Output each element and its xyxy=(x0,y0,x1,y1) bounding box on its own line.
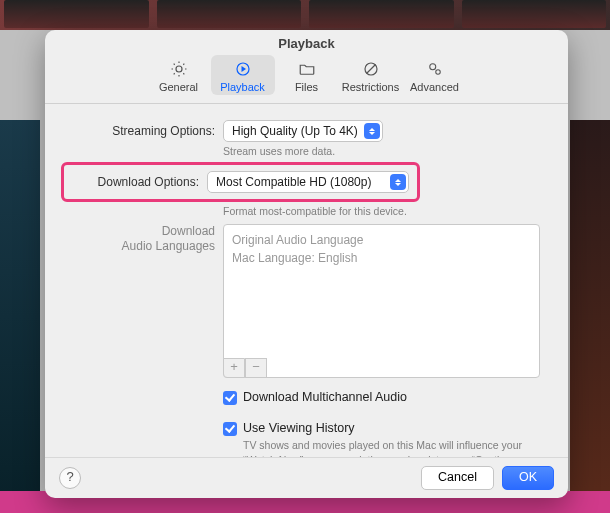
download-options-label: Download Options: xyxy=(68,175,207,189)
viewing-history-description: TV shows and movies played on this Mac w… xyxy=(243,438,530,457)
play-circle-icon xyxy=(211,59,275,79)
tab-restrictions[interactable]: Restrictions xyxy=(339,55,403,95)
download-options-value: Most Compatible HD (1080p) xyxy=(216,175,384,189)
svg-line-2 xyxy=(366,65,375,74)
gears-icon xyxy=(403,59,467,79)
gear-icon xyxy=(147,59,211,79)
viewing-history-label: Use Viewing History xyxy=(243,421,355,435)
tab-playback[interactable]: Playback xyxy=(211,55,275,95)
streaming-options-select[interactable]: High Quality (Up To 4K) xyxy=(223,120,383,142)
footer: ? Cancel OK xyxy=(45,457,568,498)
streaming-hint: Stream uses more data. xyxy=(223,144,540,158)
window-title: Playback xyxy=(45,30,568,53)
tab-label: General xyxy=(147,81,211,93)
svg-point-3 xyxy=(429,64,435,70)
ok-button[interactable]: OK xyxy=(502,466,554,490)
no-symbol-icon xyxy=(339,59,403,79)
svg-point-4 xyxy=(435,70,440,75)
streaming-options-value: High Quality (Up To 4K) xyxy=(232,124,358,138)
multichannel-label: Download Multichannel Audio xyxy=(243,390,407,404)
preferences-window: Playback General Playback Files Restrict… xyxy=(45,30,568,498)
help-button[interactable]: ? xyxy=(59,467,81,489)
add-language-button[interactable]: + xyxy=(223,358,245,378)
audio-languages-list[interactable]: Original Audio Language Mac Language: En… xyxy=(223,224,540,378)
tab-advanced[interactable]: Advanced xyxy=(403,55,467,95)
toolbar: General Playback Files Restrictions Adva xyxy=(45,53,568,104)
tab-label: Playback xyxy=(211,81,275,93)
tab-files[interactable]: Files xyxy=(275,55,339,95)
select-arrow-icon xyxy=(390,174,406,190)
audio-languages-label: Download Audio Languages xyxy=(65,224,223,378)
preferences-content: Streaming Options: High Quality (Up To 4… xyxy=(45,104,568,457)
tab-label: Files xyxy=(275,81,339,93)
multichannel-checkbox[interactable] xyxy=(223,391,237,405)
download-options-highlight: Download Options: Most Compatible HD (10… xyxy=(61,162,420,202)
select-arrow-icon xyxy=(364,123,380,139)
audio-lang-item: Mac Language: English xyxy=(232,249,531,267)
tab-label: Restrictions xyxy=(339,81,403,93)
audio-lang-item: Original Audio Language xyxy=(232,231,531,249)
remove-language-button[interactable]: − xyxy=(245,358,267,378)
tab-label: Advanced xyxy=(403,81,467,93)
viewing-history-checkbox[interactable] xyxy=(223,422,237,436)
download-hint: Format most-compatible for this device. xyxy=(223,204,540,218)
download-options-select[interactable]: Most Compatible HD (1080p) xyxy=(207,171,409,193)
tab-general[interactable]: General xyxy=(147,55,211,95)
cancel-button[interactable]: Cancel xyxy=(421,466,494,490)
streaming-options-label: Streaming Options: xyxy=(65,124,223,138)
folder-icon xyxy=(275,59,339,79)
